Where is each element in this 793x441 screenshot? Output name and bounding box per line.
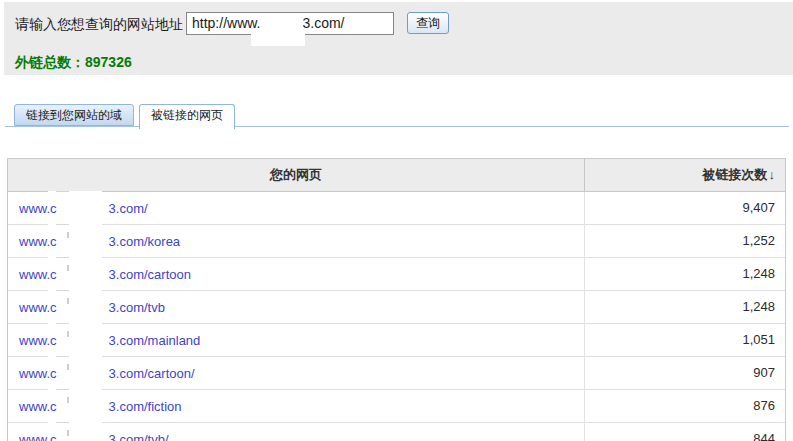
table-row: www.c3.com/korea 1,252 [8, 225, 785, 258]
linked-pages-table: 您的网页 被链接次数↓ www.c3.com/ 9,407 www.c3.com… [7, 158, 786, 441]
url-visible-prefix: www.c [19, 399, 57, 414]
page-url-link[interactable]: www.c3.com/cartoon [19, 267, 191, 282]
url-visible-prefix: www.c [19, 432, 57, 441]
link-count-value: 1,252 [584, 225, 785, 258]
table-row: www.c3.com/tvb 1,248 [8, 291, 785, 324]
table-row: www.c3.com/mainland 1,051 [8, 324, 785, 357]
link-count-value: 1,248 [584, 291, 785, 324]
tab-linked-pages[interactable]: 被链接的网页 [139, 104, 235, 129]
censor-blob [251, 29, 305, 46]
page-url-cell: www.c3.com/tvb [8, 291, 584, 324]
tab-bar: 链接到您网站的域 被链接的网页 [0, 100, 793, 129]
link-count-value: 876 [584, 390, 785, 423]
url-visible-suffix: 3.com/tvb [109, 300, 165, 315]
query-button[interactable]: 查询 [407, 12, 449, 34]
column-header-link-count[interactable]: 被链接次数↓ [584, 159, 785, 192]
tab-linking-domains[interactable]: 链接到您网站的域 [14, 104, 134, 126]
url-visible-suffix: 3.com/ [109, 201, 148, 216]
backlink-checker-page: 请输入您想查询的网站地址： http://www.3.com/ 查询 外链总数：… [0, 0, 793, 441]
url-visible-suffix: 3.com/tvb/ [109, 432, 169, 441]
url-visible-prefix: www.c [19, 300, 57, 315]
url-visible-prefix: www.c [19, 234, 57, 249]
url-visible-prefix: www.c [19, 267, 57, 282]
page-url-cell: www.c3.com/cartoon/ [8, 357, 584, 390]
page-url-cell: www.c3.com/cartoon [8, 258, 584, 291]
page-url-cell: www.c3.com/tvb/ [8, 423, 584, 441]
link-count-header-label: 被链接次数 [703, 167, 768, 182]
total-backlinks-label: 外链总数： [15, 54, 85, 70]
table-row: www.c3.com/cartoon 1,248 [8, 258, 785, 291]
total-backlinks-value: 897326 [85, 54, 132, 70]
column-header-your-pages[interactable]: 您的网页 [8, 159, 584, 192]
total-backlinks: 外链总数：897326 [15, 54, 132, 72]
url-visible-prefix: www.c [19, 201, 57, 216]
url-value-suffix: 3.com/ [302, 15, 344, 31]
url-visible-suffix: 3.com/cartoon/ [109, 366, 195, 381]
table-row: www.c3.com/tvb/ 844 [8, 423, 785, 441]
link-count-value: 907 [584, 357, 785, 390]
page-url-link[interactable]: www.c3.com/cartoon/ [19, 366, 195, 381]
url-visible-suffix: 3.com/cartoon [109, 267, 191, 282]
tab-divider-line [5, 126, 789, 127]
table-row: www.c3.com/ 9,407 [8, 192, 785, 225]
page-url-cell: www.c3.com/fiction [8, 390, 584, 423]
page-url-cell: www.c3.com/korea [8, 225, 584, 258]
page-url-link[interactable]: www.c3.com/mainland [19, 333, 200, 348]
url-visible-suffix: 3.com/mainland [109, 333, 201, 348]
link-count-value: 1,248 [584, 258, 785, 291]
page-url-link[interactable]: www.c3.com/tvb [19, 300, 165, 315]
url-visible-prefix: www.c [19, 366, 57, 381]
sort-desc-icon: ↓ [769, 167, 776, 182]
table-row: www.c3.com/fiction 876 [8, 390, 785, 423]
link-count-value: 1,051 [584, 324, 785, 357]
query-label: 请输入您想查询的网站地址： [15, 16, 197, 34]
table-header: 您的网页 被链接次数↓ [8, 159, 785, 192]
url-visible-suffix: 3.com/fiction [109, 399, 182, 414]
table-row: www.c3.com/cartoon/ 907 [8, 357, 785, 390]
page-url-link[interactable]: www.c3.com/ [19, 201, 148, 216]
url-visible-prefix: www.c [19, 333, 57, 348]
table-body: www.c3.com/ 9,407 www.c3.com/korea 1,252… [8, 192, 785, 441]
query-panel: 请输入您想查询的网站地址： http://www.3.com/ 查询 外链总数：… [4, 2, 793, 75]
page-url-link[interactable]: www.c3.com/fiction [19, 399, 182, 414]
page-url-link[interactable]: www.c3.com/tvb/ [19, 432, 169, 441]
link-count-value: 844 [584, 423, 785, 441]
page-url-cell: www.c3.com/mainland [8, 324, 584, 357]
page-url-link[interactable]: www.c3.com/korea [19, 234, 180, 249]
link-count-value: 9,407 [584, 192, 785, 225]
url-visible-suffix: 3.com/korea [109, 234, 181, 249]
page-url-cell: www.c3.com/ [8, 192, 584, 225]
